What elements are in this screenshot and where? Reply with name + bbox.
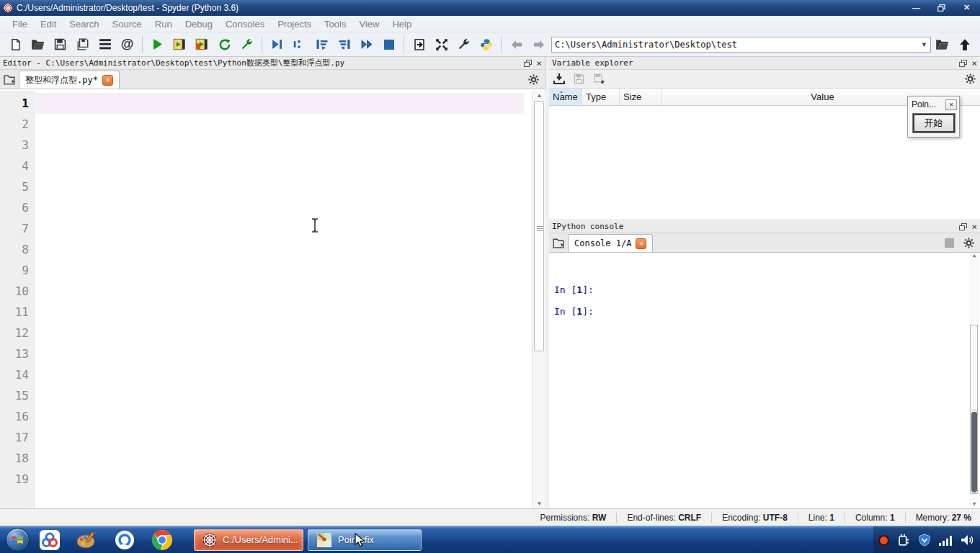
menu-source[interactable]: Source (106, 17, 148, 31)
editor-scrollbar[interactable]: ▲ ▼ (532, 91, 545, 508)
window-titlebar[interactable]: C:/Users/Administrator/Desktop/test - Sp… (0, 0, 980, 16)
debug-file-icon[interactable] (266, 34, 288, 55)
editor-tab[interactable]: 整型和浮点型.py* ✕ (19, 71, 120, 89)
forward-icon[interactable] (527, 34, 550, 55)
parent-directory-icon[interactable] (953, 34, 976, 55)
menu-search[interactable]: Search (63, 17, 105, 31)
start-button[interactable] (4, 527, 31, 553)
editor-scroll-thumb[interactable] (534, 101, 544, 351)
taskbar-pin-remote-app[interactable] (31, 527, 68, 553)
python-path-icon[interactable] (475, 34, 497, 55)
toolbar-separator (262, 36, 262, 53)
popup-close-icon[interactable]: ✕ (945, 99, 957, 110)
menu-run[interactable]: Run (148, 17, 179, 31)
tab-close-icon[interactable]: ✕ (636, 238, 646, 249)
close-pane-icon[interactable]: × (971, 223, 977, 230)
variable-explorer-options-gear-icon[interactable] (965, 73, 976, 84)
step-over-icon[interactable] (311, 34, 333, 55)
undock-icon[interactable] (959, 60, 967, 67)
minimize-button[interactable]: — (906, 1, 927, 14)
save-data-icon[interactable] (574, 73, 584, 84)
browse-tabs-icon[interactable] (0, 70, 19, 89)
menu-debug[interactable]: Debug (179, 17, 219, 31)
file-switcher-icon[interactable] (408, 34, 430, 55)
stop-debug-icon[interactable] (378, 34, 400, 55)
interrupt-kernel-icon[interactable] (945, 238, 954, 248)
console-scroll-thumb[interactable] (970, 325, 978, 494)
run-settings-wrench-icon[interactable] (236, 34, 258, 55)
tray-record-icon[interactable] (878, 534, 890, 547)
close-pane-icon[interactable]: × (536, 60, 542, 67)
tray-security-shield-icon[interactable] (918, 534, 931, 547)
variable-explorer-title: Variable explorer (552, 58, 633, 68)
status-permissions: Permissions: RW (530, 513, 617, 523)
menu-tools[interactable]: Tools (318, 17, 352, 31)
preferences-wrench-icon[interactable] (453, 34, 475, 55)
pointofix-popup-titlebar[interactable]: Poin... ✕ (908, 96, 959, 112)
open-file-icon[interactable] (27, 34, 49, 55)
maximize-pane-icon[interactable] (430, 34, 453, 55)
tab-close-icon[interactable]: ✕ (102, 75, 113, 86)
undock-icon[interactable] (959, 223, 967, 230)
save-all-icon[interactable] (71, 34, 94, 55)
maximize-button[interactable] (931, 1, 952, 14)
column-type[interactable]: Type (582, 89, 620, 105)
at-symbol-icon[interactable]: @ (116, 34, 138, 55)
browse-directory-icon[interactable] (931, 34, 953, 55)
scroll-up-icon[interactable]: ▲ (533, 92, 545, 99)
step-return-icon[interactable] (333, 34, 355, 55)
taskbar-pin-quark-browser[interactable] (106, 527, 143, 553)
undock-icon[interactable] (524, 60, 532, 67)
code-editor[interactable]: 1 23 45 67 89 1011 1213 1415 1617 1819 ▲… (0, 91, 545, 508)
browse-tabs-icon[interactable] (549, 233, 568, 252)
taskbar-task-spyder[interactable]: C:/Users/Admini... (194, 529, 303, 551)
run-cell-advance-icon[interactable] (191, 34, 213, 55)
inner-scroll-thumb[interactable] (971, 412, 977, 493)
sort-ascending-icon: ▲ (559, 89, 564, 94)
menu-projects[interactable]: Projects (271, 17, 318, 31)
re-run-cell-icon[interactable] (213, 34, 236, 55)
editor-options-gear-icon[interactable] (528, 74, 539, 85)
menu-consoles[interactable]: Consoles (219, 17, 271, 31)
debug-cell-icon[interactable] (288, 34, 311, 55)
arrow-cursor (355, 533, 365, 549)
column-size[interactable]: Size (620, 89, 662, 105)
new-file-icon[interactable] (4, 34, 27, 55)
console-tab[interactable]: Console 1/A ✕ (568, 234, 653, 252)
outline-explorer-icon[interactable] (94, 34, 116, 55)
menu-help[interactable]: Help (386, 17, 418, 31)
pointofix-popup[interactable]: Poin... ✕ 开始 (907, 96, 960, 138)
run-file-icon[interactable] (146, 34, 169, 55)
console-output[interactable]: In [1]: In [1]: ▲ ▼ (549, 253, 980, 508)
scroll-down-icon[interactable]: ▼ (533, 500, 545, 507)
pointofix-start-button[interactable]: 开始 (913, 114, 955, 132)
column-name[interactable]: ▲ Name (549, 89, 582, 105)
menu-view[interactable]: View (352, 17, 386, 31)
menu-edit[interactable]: Edit (34, 17, 63, 31)
save-data-as-icon[interactable] (593, 73, 605, 84)
continue-execution-icon[interactable] (355, 34, 378, 55)
console-scrollbar[interactable]: ▲ ▼ (969, 253, 979, 507)
scroll-down-icon[interactable]: ▼ (969, 501, 979, 507)
close-button[interactable]: ✕ (956, 1, 977, 14)
console-options-gear-icon[interactable] (963, 238, 974, 248)
working-directory-combobox[interactable]: C:\Users\Administrator\Desktop\test ▼ (551, 37, 931, 53)
working-directory-value[interactable]: C:\Users\Administrator\Desktop\test (555, 40, 921, 50)
tray-plug-icon[interactable] (898, 534, 910, 547)
editor-tabbar: 整型和浮点型.py* ✕ (0, 70, 545, 89)
taskbar-pin-paint-palette[interactable] (68, 527, 106, 553)
status-column: Column: 1 (845, 513, 905, 523)
tray-network-signal-icon[interactable] (939, 535, 953, 546)
close-pane-icon[interactable]: × (971, 60, 977, 67)
taskbar-pin-chrome[interactable] (143, 527, 181, 553)
tray-volume-icon[interactable] (961, 534, 974, 546)
scroll-up-icon[interactable]: ▲ (969, 253, 979, 258)
back-icon[interactable] (505, 34, 527, 55)
line-number-gutter: 1 23 45 67 89 1011 1213 1415 1617 1819 (0, 91, 35, 508)
run-cell-icon[interactable] (169, 34, 191, 55)
menu-file[interactable]: File (6, 17, 34, 31)
dropdown-caret-icon[interactable]: ▼ (921, 41, 927, 48)
save-icon[interactable] (49, 34, 71, 55)
editor-tab-label: 整型和浮点型.py* (25, 74, 98, 86)
import-data-icon[interactable] (553, 73, 565, 84)
